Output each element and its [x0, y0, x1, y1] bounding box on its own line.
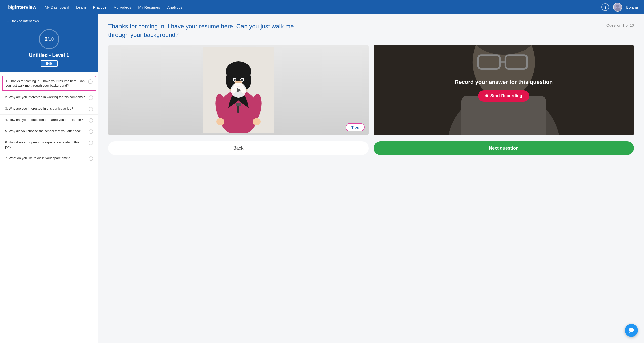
question-counter: Question 1 of 10	[606, 23, 634, 27]
progress-total: /10	[48, 37, 54, 42]
tips-button[interactable]: Tips	[346, 123, 365, 131]
list-item[interactable]: 5. Why did you choose the school that yo…	[0, 126, 98, 137]
question-radio	[89, 95, 93, 100]
start-recording-label: Start Recording	[490, 93, 522, 99]
back-to-interviews[interactable]: ← Back to interviews	[0, 14, 98, 27]
question-radio	[89, 129, 93, 134]
svg-point-10	[616, 5, 619, 8]
question-list: 1. Thanks for coming in. I have your res…	[0, 72, 98, 343]
question-radio	[89, 118, 93, 123]
chat-icon	[628, 327, 635, 334]
chat-button[interactable]	[625, 324, 638, 337]
question-main-text: Thanks for coming in. I have your resume…	[108, 22, 314, 39]
question-item-text: 2. Why are you interested in working for…	[5, 95, 86, 100]
svg-point-22	[241, 79, 243, 81]
nav-learn[interactable]: Learn	[76, 4, 86, 10]
brand-logo[interactable]: biginterview	[6, 4, 36, 10]
presenter-video: Tips	[108, 45, 369, 135]
user-name-label: Bojana	[626, 5, 638, 9]
question-item-text: 1. Thanks for coming in. I have your res…	[6, 79, 85, 88]
question-item-text: 4. How has your education prepared you f…	[5, 118, 86, 122]
svg-rect-36	[461, 96, 546, 136]
brand-name: biginterview	[8, 4, 36, 10]
nav-practice[interactable]: Practice	[93, 4, 106, 10]
svg-point-26	[253, 118, 261, 125]
question-radio	[89, 107, 93, 111]
question-item-text: 3. Why are you interested in this partic…	[5, 106, 86, 111]
play-button[interactable]	[231, 83, 246, 98]
question-radio	[89, 156, 93, 161]
recording-dot	[485, 94, 488, 97]
nav-my-dashboard[interactable]: My Dashboard	[45, 4, 69, 10]
progress-circle: 0 /10	[39, 29, 59, 49]
question-radio	[88, 79, 93, 84]
list-item[interactable]: 2. Why are you interested in working for…	[0, 92, 98, 103]
question-header: Thanks for coming in. I have your resume…	[108, 22, 634, 39]
nav-my-resumes[interactable]: My Resumes	[138, 4, 160, 10]
avatar	[613, 3, 622, 12]
user-recording-area: Record your answer for this question Sta…	[374, 45, 634, 135]
main-layout: ← Back to interviews 0 /10 Untitled - Le…	[0, 14, 644, 343]
nav-right: ? Bojana	[601, 3, 638, 12]
svg-rect-27	[237, 105, 239, 113]
nav-analytics[interactable]: Analytics	[167, 4, 182, 10]
question-item-text: 5. Why did you choose the school that yo…	[5, 129, 86, 133]
progress-current: 0	[44, 36, 47, 42]
list-item[interactable]: 3. Why are you interested in this partic…	[0, 103, 98, 115]
help-button[interactable]: ?	[601, 3, 609, 11]
record-prompt: Record your answer for this question	[447, 79, 560, 85]
next-question-button[interactable]: Next question	[374, 141, 634, 155]
action-buttons: Back Next question	[108, 141, 634, 155]
video-area: Tips	[108, 45, 634, 135]
sidebar: ← Back to interviews 0 /10 Untitled - Le…	[0, 14, 98, 343]
interview-title: Untitled - Level 1	[29, 52, 69, 58]
list-item[interactable]: 1. Thanks for coming in. I have your res…	[2, 76, 96, 91]
sidebar-progress: 0 /10 Untitled - Level 1 Edit	[0, 27, 98, 72]
list-item[interactable]: 4. How has your education prepared you f…	[0, 115, 98, 126]
svg-point-25	[216, 118, 224, 125]
svg-point-21	[234, 79, 236, 81]
question-item-text: 7. What do you like to do in your spare …	[5, 156, 86, 160]
user-video-background	[374, 45, 634, 135]
list-item[interactable]: 6. How does your previous experience rel…	[0, 137, 98, 153]
back-button[interactable]: Back	[108, 141, 369, 155]
question-item-text: 6. How does your previous experience rel…	[5, 140, 86, 149]
nav-links: My Dashboard Learn Practice My Videos My…	[45, 4, 593, 10]
start-recording-button[interactable]: Start Recording	[478, 90, 530, 102]
nav-my-videos[interactable]: My Videos	[114, 4, 131, 10]
question-radio	[89, 141, 93, 145]
main-content: Thanks for coming in. I have your resume…	[98, 14, 644, 343]
edit-button[interactable]: Edit	[41, 60, 58, 67]
navbar: biginterview My Dashboard Learn Practice…	[0, 0, 644, 14]
list-item[interactable]: 7. What do you like to do in your spare …	[0, 153, 98, 164]
svg-rect-28	[236, 103, 241, 106]
